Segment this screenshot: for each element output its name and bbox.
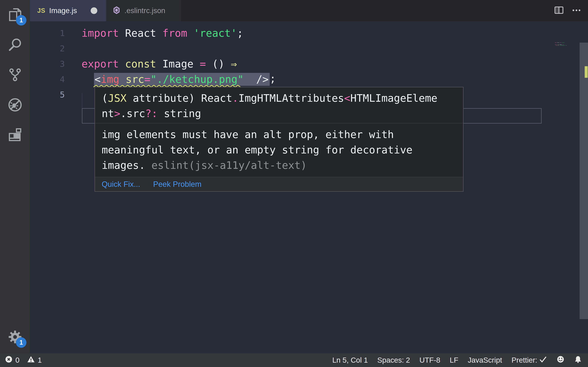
- code-token: 'react': [562, 42, 564, 43]
- code-token: (: [102, 92, 108, 104]
- code-text: <img src="./ketchup.png" />;: [82, 73, 276, 86]
- code-token: Image: [560, 44, 562, 45]
- tab-label: Image.js: [49, 7, 77, 15]
- status-label: JavaScript: [468, 356, 502, 364]
- code-text: import React from 'react';: [82, 27, 243, 39]
- code-token: const: [125, 58, 156, 70]
- status-label: Spaces: 2: [377, 356, 410, 364]
- code-token: 'react': [193, 27, 237, 39]
- status-item-spaces--2[interactable]: Spaces: 2: [377, 356, 410, 364]
- code-token: .: [232, 92, 239, 104]
- line-number: 5: [30, 90, 65, 100]
- code-token: HTMLImageEleme: [350, 92, 437, 104]
- tab-.eslintrc.json[interactable]: .eslintrc.json: [106, 0, 181, 21]
- code-token: import: [555, 42, 557, 43]
- code-token: [193, 58, 200, 70]
- status-label: Prettier:: [511, 356, 537, 364]
- vscode-window: 1 1 JS Image.js .eslintrc.json 1import R…: [0, 0, 588, 367]
- warning-count: 1: [38, 356, 42, 364]
- code-token: (): [562, 44, 564, 45]
- status-label: Ln 5, Col 1: [332, 356, 368, 364]
- code-token: JSX: [108, 92, 127, 104]
- code-line-2[interactable]: 2: [30, 41, 548, 56]
- code-token: string: [158, 108, 201, 119]
- status-label: UTF-8: [419, 356, 440, 364]
- editor-actions: [554, 0, 581, 21]
- activity-item-source-control[interactable]: [0, 60, 30, 90]
- code-token: />: [256, 73, 269, 85]
- code-token: <: [95, 73, 101, 85]
- status-right-items: Ln 5, Col 1Spaces: 2UTF-8LFJavaScriptPre…: [332, 355, 588, 365]
- modified-dot-icon[interactable]: [91, 7, 97, 14]
- extensions-icon: [8, 127, 23, 143]
- activity-item-extensions[interactable]: [0, 120, 30, 150]
- code-token: "./ketchup.png": [559, 45, 565, 46]
- more-actions-icon[interactable]: [571, 5, 581, 16]
- activity-item-manage[interactable]: 1: [0, 322, 30, 352]
- code-token: from: [162, 27, 187, 39]
- code-token: [119, 73, 126, 85]
- code-token: ⇒: [564, 44, 564, 45]
- code-token: ⇒: [231, 58, 237, 70]
- code-token: import: [82, 27, 119, 39]
- tab-label: .eslintrc.json: [124, 7, 165, 15]
- badge: 1: [16, 337, 26, 348]
- code-token: .src: [121, 108, 145, 119]
- scrollbar-slider[interactable]: [579, 43, 588, 319]
- code-token: (): [206, 58, 231, 70]
- status-item-prettier-[interactable]: Prettier:: [511, 355, 547, 365]
- activity-item-search[interactable]: [0, 30, 30, 60]
- code-token: ImgHTMLAttributes: [239, 92, 344, 104]
- activity-item-explorer[interactable]: 1: [0, 0, 30, 30]
- code-token: ;: [566, 45, 567, 46]
- code-token: export: [555, 44, 557, 45]
- code-line-1[interactable]: 1import React from 'react';: [30, 25, 548, 41]
- signature-line: nt>.src?: string: [102, 106, 456, 121]
- code-token: "./ketchup.png": [150, 73, 244, 85]
- code-line-3[interactable]: 3export const Image = () ⇒: [30, 56, 548, 71]
- hover-actions: Quick Fix...Peek Problem: [95, 177, 463, 191]
- split-editor-icon[interactable]: [554, 5, 564, 16]
- status-item-smiley-icon[interactable]: [556, 355, 564, 365]
- line-number: 3: [30, 59, 65, 69]
- signature-line: (JSX attribute) React.ImgHTMLAttributes<…: [102, 91, 456, 106]
- code-token: [156, 58, 162, 70]
- code-text: export const Image = () ⇒: [82, 58, 237, 70]
- status-item-ln-5--col-1[interactable]: Ln 5, Col 1: [332, 356, 368, 364]
- error-count: 0: [15, 356, 19, 364]
- activity-item-debug-disabled[interactable]: [0, 90, 30, 120]
- code-token: React: [557, 42, 560, 43]
- hover-type-signature: (JSX attribute) React.ImgHTMLAttributes<…: [95, 87, 463, 123]
- hover-highlight-range: <img src="./ketchup.png" />: [94, 73, 270, 86]
- status-item-utf-8[interactable]: UTF-8: [419, 356, 440, 364]
- action-peek-problem[interactable]: Peek Problem: [153, 180, 201, 189]
- code-token: >: [114, 108, 121, 119]
- badge: 1: [16, 15, 26, 25]
- code-token: [119, 58, 125, 70]
- warning-icon: [27, 355, 35, 365]
- status-label: LF: [450, 356, 458, 364]
- code-token: attribute) React: [127, 92, 232, 104]
- source-control-icon: [8, 67, 23, 83]
- status-item-lf[interactable]: LF: [450, 356, 458, 364]
- line-number: 4: [30, 75, 65, 84]
- bell-icon: [574, 355, 582, 365]
- status-item-javascript[interactable]: JavaScript: [468, 356, 502, 364]
- code-token: =: [200, 58, 206, 70]
- code-token: [244, 73, 256, 85]
- problems-summary[interactable]: 0 1: [0, 355, 42, 365]
- action-quick-fix---[interactable]: Quick Fix...: [102, 180, 140, 189]
- code-token: React: [119, 27, 162, 39]
- debug-disabled-icon: [8, 97, 23, 113]
- code-token: Image: [162, 58, 194, 70]
- tab-bar: JS Image.js .eslintrc.json: [30, 0, 588, 21]
- js-icon: JS: [37, 7, 45, 14]
- code-token: img: [101, 73, 120, 85]
- tab-Image.js[interactable]: JS Image.js: [30, 0, 106, 21]
- code-line-4[interactable]: 4 <img src="./ketchup.png" />;: [30, 71, 548, 87]
- message-line: meaningful text, or an empty string for …: [102, 142, 456, 158]
- search-icon: [8, 37, 23, 53]
- status-item-bell-icon[interactable]: [574, 355, 582, 365]
- smiley-icon: [556, 355, 564, 365]
- message-line: images. eslint(jsx-a11y/alt-text): [102, 158, 456, 173]
